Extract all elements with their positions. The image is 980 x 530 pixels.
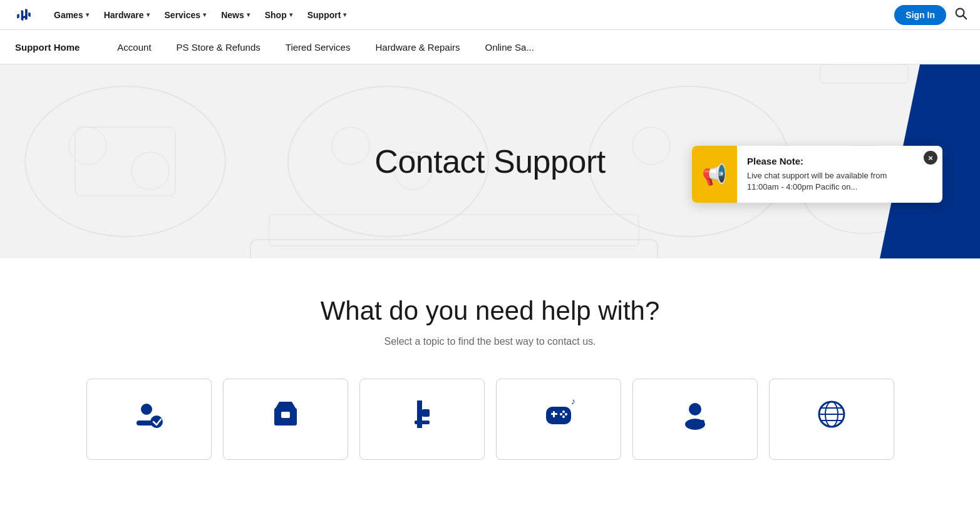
gaming-icon: ♪ bbox=[542, 398, 575, 437]
svg-point-28 bbox=[565, 413, 567, 415]
support-nav-account[interactable]: Account bbox=[105, 30, 163, 64]
top-navigation: Games ▾ Hardware ▾ Services ▾ News ▾ Sho… bbox=[0, 0, 980, 30]
card-account[interactable] bbox=[86, 379, 212, 460]
chevron-down-icon: ▾ bbox=[289, 11, 292, 18]
svg-point-2 bbox=[25, 86, 225, 237]
svg-rect-9 bbox=[250, 240, 658, 258]
chevron-down-icon: ▾ bbox=[203, 11, 206, 18]
profile-icon bbox=[679, 398, 711, 437]
svg-point-7 bbox=[332, 127, 369, 165]
svg-rect-5 bbox=[75, 127, 175, 196]
help-heading: What do you need help with? bbox=[15, 296, 965, 326]
support-navigation: Support Home Account PS Store & Refunds … bbox=[0, 30, 980, 64]
svg-rect-22 bbox=[422, 409, 430, 417]
megaphone-icon: 📢 bbox=[702, 163, 727, 186]
playstation-icon bbox=[406, 398, 438, 437]
nav-item-games[interactable]: Games ▾ bbox=[48, 6, 95, 24]
svg-point-12 bbox=[632, 127, 670, 165]
svg-text:♪: ♪ bbox=[571, 398, 575, 406]
notification-close-button[interactable]: × bbox=[924, 151, 937, 165]
svg-point-27 bbox=[562, 410, 565, 413]
account-icon bbox=[133, 398, 165, 437]
main-content: What do you need help with? Select a top… bbox=[0, 258, 980, 485]
category-cards: ♪ bbox=[15, 379, 965, 460]
support-nav-tiered-services[interactable]: Tiered Services bbox=[273, 30, 363, 64]
chevron-down-icon: ▾ bbox=[343, 11, 346, 18]
svg-rect-20 bbox=[281, 412, 290, 418]
store-icon bbox=[269, 398, 302, 437]
svg-rect-26 bbox=[553, 411, 555, 417]
online-icon bbox=[815, 398, 848, 437]
svg-rect-23 bbox=[415, 420, 430, 424]
svg-point-18 bbox=[150, 415, 163, 428]
notification-icon-area: 📢 bbox=[692, 146, 737, 203]
top-nav-items: Games ▾ Hardware ▾ Services ▾ News ▾ Sho… bbox=[48, 6, 894, 24]
nav-item-shop[interactable]: Shop ▾ bbox=[259, 6, 299, 24]
card-playstation[interactable] bbox=[359, 379, 485, 460]
svg-rect-15 bbox=[820, 64, 908, 83]
nav-item-news[interactable]: News ▾ bbox=[215, 6, 256, 24]
support-nav-online[interactable]: Online Sa... bbox=[473, 30, 547, 64]
hero-title: Contact Support bbox=[374, 143, 605, 180]
notification-text: Live chat support will be available from… bbox=[747, 170, 917, 193]
support-nav-hardware-repairs[interactable]: Hardware & Repairs bbox=[363, 30, 472, 64]
svg-point-16 bbox=[141, 404, 152, 415]
svg-rect-24 bbox=[546, 407, 571, 424]
help-subtext: Select a topic to find the best way to c… bbox=[15, 336, 965, 347]
svg-point-32 bbox=[689, 403, 701, 415]
svg-point-4 bbox=[132, 152, 169, 190]
support-nav-items: Account PS Store & Refunds Tiered Servic… bbox=[105, 30, 547, 64]
svg-line-1 bbox=[963, 16, 966, 19]
notification-title: Please Note: bbox=[747, 156, 917, 166]
chevron-down-icon: ▾ bbox=[247, 11, 250, 18]
notification-content: Please Note: Live chat support will be a… bbox=[737, 146, 942, 203]
hero-section: Contact Support 📢 Please Note: Live chat… bbox=[0, 64, 980, 258]
svg-point-34 bbox=[701, 420, 704, 424]
card-online[interactable] bbox=[769, 379, 894, 460]
chevron-down-icon: ▾ bbox=[86, 11, 89, 18]
chevron-down-icon: ▾ bbox=[147, 11, 150, 18]
support-home-link[interactable]: Support Home bbox=[15, 42, 80, 53]
support-nav-ps-store[interactable]: PS Store & Refunds bbox=[164, 30, 273, 64]
nav-item-hardware[interactable]: Hardware ▾ bbox=[98, 6, 156, 24]
nav-item-support[interactable]: Support ▾ bbox=[301, 6, 353, 24]
card-ps-store[interactable] bbox=[223, 379, 348, 460]
sign-in-button[interactable]: Sign In bbox=[894, 5, 946, 25]
card-gaming[interactable]: ♪ bbox=[496, 379, 621, 460]
nav-item-services[interactable]: Services ▾ bbox=[158, 6, 213, 24]
search-button[interactable] bbox=[954, 6, 967, 23]
svg-point-30 bbox=[562, 415, 565, 418]
nav-right: Sign In bbox=[894, 5, 967, 25]
card-profile[interactable] bbox=[632, 379, 758, 460]
playstation-logo[interactable] bbox=[13, 4, 35, 26]
svg-point-3 bbox=[69, 127, 106, 165]
svg-point-29 bbox=[560, 413, 562, 415]
notification-popup: 📢 Please Note: Live chat support will be… bbox=[692, 146, 942, 203]
